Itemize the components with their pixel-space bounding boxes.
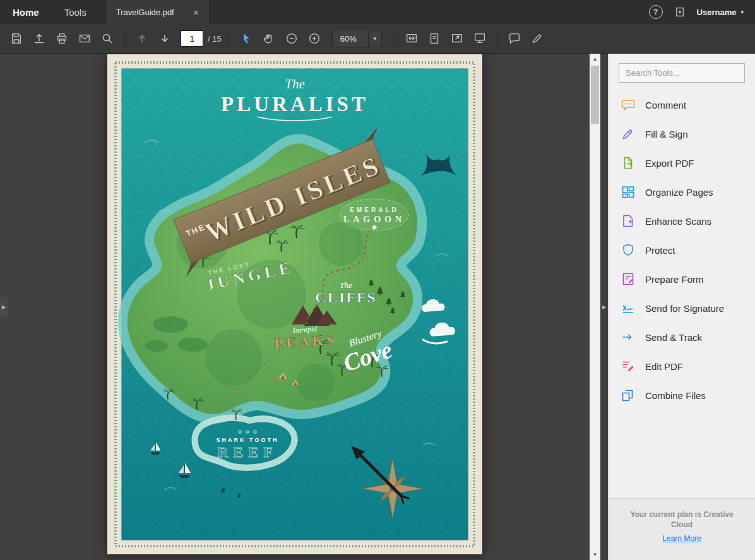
page-number-input[interactable] <box>181 30 203 47</box>
panel-arrow-icon: ▶ <box>2 304 6 310</box>
zoom-level-select[interactable]: 60% ▾ <box>332 30 382 47</box>
presentation-mode-button[interactable] <box>468 28 491 49</box>
help-button[interactable]: ? <box>649 5 663 19</box>
print-button[interactable] <box>51 28 73 49</box>
edit-pdf-icon <box>621 359 636 374</box>
fill-sign-icon <box>621 126 636 141</box>
tool-label: Organize Pages <box>645 187 713 198</box>
tool-prepare-form[interactable]: Prepare Form <box>609 265 755 294</box>
tool-label: Edit PDF <box>645 361 683 372</box>
tool-comment[interactable]: Comment <box>609 90 755 119</box>
tool-fill-sign[interactable]: Fill & Sign <box>609 119 755 148</box>
comment-icon <box>621 97 636 112</box>
document-tab-label: TravelGuide.pdf <box>116 8 174 17</box>
main-toolbar: / 15 60% ▾ <box>0 24 755 54</box>
highlight-tool-button[interactable] <box>526 28 549 49</box>
tool-combine-files[interactable]: Combine Files <box>609 381 755 410</box>
scrollbar-track[interactable] <box>590 64 600 549</box>
tools-panel: Comment Fill & Sign Export PDF <box>608 54 755 560</box>
organize-pages-icon <box>621 184 636 200</box>
svg-text:REEF: REEF <box>217 444 278 460</box>
left-panel-toggle[interactable]: ▶ <box>0 297 8 317</box>
fit-page-button[interactable] <box>423 28 446 49</box>
document-tab[interactable]: TravelGuide.pdf × <box>105 0 210 24</box>
svg-text:SHARK TOOTH: SHARK TOOTH <box>217 437 279 443</box>
pdf-page[interactable]: THE WILD ISLES WILD ISLES The PLURALIST <box>107 54 482 554</box>
scroll-down-button[interactable]: ▼ <box>590 549 600 560</box>
username-label: Username <box>697 8 737 17</box>
notifications-icon[interactable] <box>674 6 686 18</box>
svg-text:EMERALD: EMERALD <box>350 206 398 213</box>
previous-page-button[interactable] <box>131 28 153 49</box>
export-pdf-icon <box>621 155 636 170</box>
next-page-button[interactable] <box>153 28 176 49</box>
tools-search-input[interactable] <box>619 63 745 83</box>
svg-text:CLIFFS: CLIFFS <box>315 289 376 306</box>
chevron-down-icon: ▾ <box>740 9 744 15</box>
zoom-in-button[interactable] <box>303 28 326 49</box>
send-track-icon <box>621 330 636 345</box>
enhance-scans-icon <box>621 213 636 229</box>
chevron-down-icon[interactable]: ▾ <box>368 30 381 47</box>
tool-label: Send & Track <box>645 332 702 343</box>
document-canvas[interactable]: THE WILD ISLES WILD ISLES The PLURALIST <box>0 54 590 560</box>
plan-text: Your current plan is Creative Cloud <box>628 509 735 530</box>
learn-more-link[interactable]: Learn More <box>662 534 701 543</box>
plan-info-box: Your current plan is Creative Cloud Lear… <box>609 498 755 560</box>
tab-tools[interactable]: Tools <box>52 0 99 24</box>
fullscreen-button[interactable] <box>446 28 468 49</box>
right-panel-toggle[interactable]: ▶ <box>600 54 608 560</box>
poster-illustration: THE WILD ISLES WILD ISLES The PLURALIST <box>107 54 482 554</box>
save-button[interactable] <box>5 28 28 49</box>
page-count-label: / 15 <box>208 34 222 44</box>
tool-organize-pages[interactable]: Organize Pages <box>609 177 755 206</box>
tools-list: Comment Fill & Sign Export PDF <box>609 90 755 410</box>
scrollbar-thumb[interactable] <box>591 66 599 124</box>
find-button[interactable] <box>96 28 119 49</box>
comment-tool-button[interactable] <box>503 28 526 49</box>
fit-width-button[interactable] <box>400 28 423 49</box>
tool-label: Fill & Sign <box>645 129 688 140</box>
label-emerald-lagoon: EMERALD LAGOON <box>340 199 408 230</box>
combine-files-icon <box>621 388 636 403</box>
tool-send-for-signature[interactable]: Send for Signature <box>609 294 755 323</box>
tool-send-track[interactable]: Send & Track <box>609 323 755 352</box>
user-menu[interactable]: Username ▾ <box>697 8 744 17</box>
tool-label: Send for Signature <box>645 303 724 314</box>
tool-label: Comment <box>645 100 686 110</box>
titlebar: Home Tools TravelGuide.pdf × ? Username … <box>0 0 755 24</box>
tool-label: Protect <box>645 245 675 256</box>
panel-arrow-icon: ▶ <box>602 304 606 310</box>
masthead-title: PLURALIST <box>221 93 369 116</box>
tool-label: Enhance Scans <box>645 216 711 227</box>
zoom-level-value: 60% <box>333 30 368 47</box>
svg-text:The: The <box>340 280 352 290</box>
tab-home[interactable]: Home <box>0 0 52 24</box>
tool-label: Export PDF <box>645 158 694 169</box>
prepare-form-icon <box>621 271 636 287</box>
tool-export-pdf[interactable]: Export PDF <box>609 148 755 177</box>
send-for-signature-icon <box>621 301 636 316</box>
zoom-out-button[interactable] <box>280 28 303 49</box>
acrobat-window: Home Tools TravelGuide.pdf × ? Username … <box>0 0 755 560</box>
svg-text:LAGOON: LAGOON <box>343 215 405 224</box>
scroll-up-button[interactable]: ▲ <box>590 54 600 64</box>
shield-icon <box>621 242 636 258</box>
tool-enhance-scans[interactable]: Enhance Scans <box>609 206 755 235</box>
select-tool-button[interactable] <box>235 28 258 49</box>
document-scrollbar[interactable]: ▲ ▼ <box>590 54 600 560</box>
tool-edit-pdf[interactable]: Edit PDF <box>609 352 755 381</box>
masthead-the: The <box>285 76 305 92</box>
hand-tool-button[interactable] <box>258 28 280 49</box>
tool-label: Combine Files <box>645 390 706 401</box>
share-button[interactable] <box>28 28 51 49</box>
tool-protect[interactable]: Protect <box>609 235 755 265</box>
tool-label: Prepare Form <box>645 274 704 285</box>
email-button[interactable] <box>73 28 96 49</box>
tab-close-icon[interactable]: × <box>193 8 199 17</box>
